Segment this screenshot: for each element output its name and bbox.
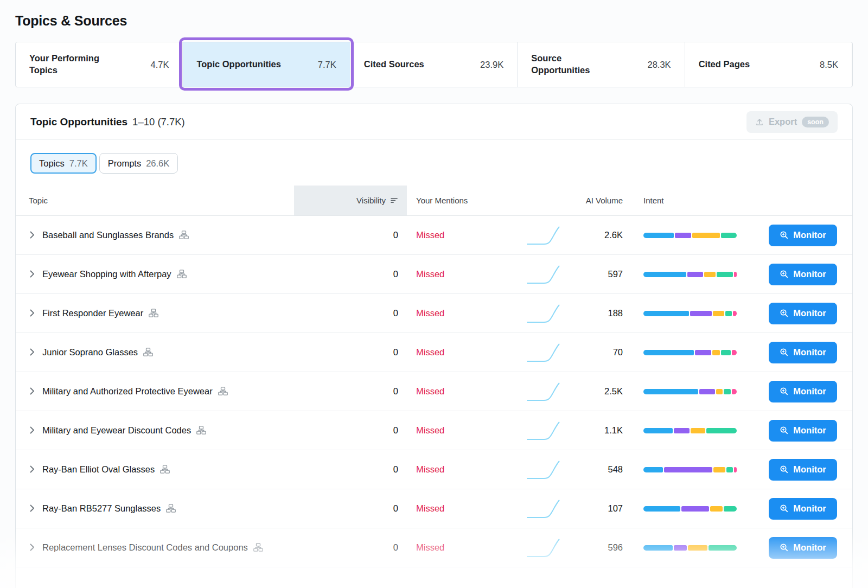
hierarchy-icon (143, 348, 153, 356)
tab-topic-opportunities[interactable]: Topic Opportunities 7.7K (183, 42, 350, 87)
intent-bar (643, 350, 737, 355)
mentions-value: Missed (407, 269, 508, 279)
chevron-right-icon[interactable] (30, 231, 36, 239)
intent-segment-yellow (712, 350, 720, 355)
monitor-magnifier-icon (780, 465, 789, 474)
intent-segment-pink (734, 467, 737, 472)
visibility-value: 0 (294, 347, 407, 357)
sort-descending-icon (390, 197, 398, 204)
table-row: Eyewear Shopping with Afterpay 0 Missed … (16, 255, 852, 294)
chevron-right-icon[interactable] (30, 387, 36, 395)
topic-name[interactable]: Replacement Lenses Discount Codes and Co… (42, 541, 248, 553)
intent-segment-purple (674, 428, 690, 433)
tab-count: 4.7K (150, 60, 169, 70)
intent-segment-blue (643, 506, 680, 512)
toggle-count: 7.7K (69, 158, 88, 169)
visibility-value: 0 (294, 425, 407, 436)
monitor-button[interactable]: Monitor (769, 459, 837, 481)
ai-volume-value: 107 (578, 503, 633, 514)
intent-segment-blue (643, 467, 663, 472)
tab-cited-sources[interactable]: Cited Sources 23.9K (350, 42, 518, 87)
chevron-right-icon[interactable] (30, 270, 36, 278)
intent-segment-pink (732, 389, 737, 394)
intent-segment-blue (643, 350, 694, 355)
monitor-button[interactable]: Monitor (769, 420, 837, 442)
prompts-toggle[interactable]: Prompts 26.6K (99, 153, 178, 174)
ai-volume-value: 596 (578, 542, 633, 553)
topic-name[interactable]: Eyewear Shopping with Afterpay (42, 268, 171, 280)
topic-name[interactable]: Junior Soprano Glasses (42, 346, 138, 358)
chevron-right-icon[interactable] (30, 465, 36, 473)
hierarchy-icon (218, 387, 228, 395)
monitor-button[interactable]: Monitor (769, 498, 837, 520)
chevron-right-icon[interactable] (30, 544, 36, 551)
intent-segment-purple (690, 311, 712, 316)
intent-segment-purple (687, 272, 704, 277)
table-row: Replacement Lenses Discount Codes and Co… (16, 528, 852, 567)
intent-segment-purple (695, 350, 711, 355)
tab-count: 7.7K (318, 60, 336, 70)
monitor-button[interactable]: Monitor (769, 381, 837, 402)
hierarchy-icon (149, 309, 158, 317)
intent-segment-yellow (716, 389, 723, 394)
topics-toggle[interactable]: Topics 7.7K (30, 153, 97, 174)
intent-segment-green (706, 428, 737, 433)
monitor-magnifier-icon (780, 348, 789, 357)
topic-name[interactable]: Military and Eyewear Discount Codes (42, 424, 191, 436)
column-header-visibility[interactable]: Visibility (294, 186, 407, 215)
visibility-value: 0 (294, 269, 407, 279)
monitor-button[interactable]: Monitor (769, 303, 837, 324)
intent-segment-green (724, 389, 731, 394)
mentions-value: Missed (407, 542, 508, 553)
tab-count: 28.3K (648, 60, 671, 70)
chevron-right-icon[interactable] (30, 504, 36, 512)
export-button[interactable]: Export soon (746, 111, 838, 133)
chevron-right-icon[interactable] (30, 426, 36, 434)
ai-volume-value: 2.5K (578, 386, 633, 397)
monitor-button[interactable]: Monitor (769, 537, 837, 559)
visibility-value: 0 (294, 503, 407, 514)
ai-volume-value: 548 (578, 464, 633, 475)
column-header-intent: Intent (633, 196, 744, 205)
monitor-button[interactable]: Monitor (769, 342, 837, 363)
hierarchy-icon (177, 270, 187, 278)
intent-segment-purple (664, 467, 712, 472)
intent-segment-purple (681, 506, 709, 512)
chevron-right-icon[interactable] (30, 309, 36, 317)
ai-volume-value: 1.1K (578, 425, 633, 436)
intent-bar (643, 389, 737, 394)
tab-cited-pages[interactable]: Cited Pages 8.5K (685, 42, 852, 87)
intent-segment-green (724, 506, 737, 512)
topic-name[interactable]: First Responder Eyewear (42, 307, 143, 319)
monitor-button-label: Monitor (793, 542, 826, 553)
chevron-right-icon[interactable] (30, 348, 36, 356)
table-row: Baseball and Sunglasses Brands 0 Missed … (16, 216, 852, 255)
trend-sparkline (508, 419, 578, 442)
hierarchy-icon (166, 504, 176, 513)
visibility-value: 0 (294, 308, 407, 318)
trend-sparkline (508, 497, 578, 520)
visibility-value: 0 (294, 542, 407, 553)
visibility-value: 0 (294, 230, 407, 240)
toggle-label: Prompts (108, 158, 141, 169)
intent-segment-blue (643, 428, 673, 433)
table-row: Ray-Ban RB5277 Sunglasses 0 Missed 107 (16, 489, 852, 528)
topic-name[interactable]: Military and Authorized Protective Eyewe… (42, 385, 213, 397)
topic-name[interactable]: Baseball and Sunglasses Brands (42, 229, 174, 241)
intent-segment-yellow (710, 506, 723, 512)
intent-segment-green (721, 233, 737, 238)
mentions-value: Missed (407, 503, 508, 514)
monitor-button[interactable]: Monitor (769, 225, 837, 246)
intent-segment-blue (643, 272, 686, 277)
tab-source-opportunities[interactable]: Source Opportunities 28.3K (518, 42, 685, 87)
panel-header: Topic Opportunities 1–10 (7.7K) Export s… (16, 104, 852, 140)
topic-name[interactable]: Ray-Ban RB5277 Sunglasses (42, 502, 161, 514)
intent-segment-yellow (713, 467, 725, 472)
tab-your-performing-topics[interactable]: Your Performing Topics 4.7K (16, 42, 183, 87)
table-row: Military and Authorized Protective Eyewe… (16, 372, 852, 411)
intent-bar (643, 506, 737, 512)
monitor-button[interactable]: Monitor (769, 264, 837, 285)
tab-label: Source Opportunities (531, 53, 601, 76)
topic-name[interactable]: Ray-Ban Elliot Oval Glasses (42, 463, 155, 475)
trend-sparkline (508, 302, 578, 325)
